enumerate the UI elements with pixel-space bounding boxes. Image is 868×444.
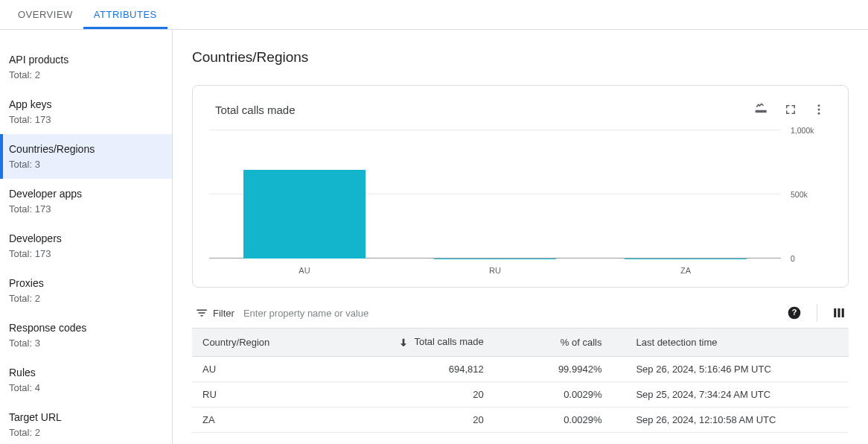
sidebar-item-total: Total: 4: [9, 381, 163, 395]
chart-x-tick: RU: [489, 266, 501, 275]
sidebar-item-title: Target URL: [9, 410, 163, 425]
divider: [817, 304, 817, 322]
chart-x-tick: ZA: [680, 266, 691, 275]
chart-actions: [754, 102, 826, 117]
col-percent[interactable]: % of calls: [494, 329, 613, 357]
col-last[interactable]: Last detection time: [612, 329, 849, 357]
help-icon[interactable]: ?: [787, 305, 802, 320]
cell-percent: 0.0029%: [494, 407, 613, 432]
svg-point-1: [818, 109, 820, 111]
cell-percent: 99.9942%: [494, 356, 613, 381]
cell-country: ZA: [192, 407, 376, 432]
chart-title: Total calls made: [215, 104, 296, 116]
sidebar-item-total: Total: 173: [9, 247, 163, 261]
svg-rect-7: [842, 308, 844, 317]
filter-text: Filter: [213, 308, 234, 319]
table-row[interactable]: AU694,81299.9942%Sep 26, 2024, 5:16:46 P…: [192, 356, 849, 381]
tab-overview[interactable]: Overview: [7, 9, 83, 29]
cell-calls: 20: [376, 407, 494, 432]
sidebar-item-total: Total: 2: [9, 292, 163, 305]
bar-slot: RU: [400, 130, 590, 259]
sidebar-item[interactable]: Target URLTotal: 2: [0, 402, 172, 444]
filter-input[interactable]: [242, 307, 779, 320]
chart-y-tick: 0: [785, 254, 826, 263]
cell-calls: 20: [376, 381, 494, 407]
sidebar-item[interactable]: App keysTotal: 173: [0, 89, 172, 134]
sidebar-item-total: Total: 3: [9, 158, 163, 171]
sidebar-item-total: Total: 2: [9, 69, 163, 82]
sidebar-item-total: Total: 2: [9, 426, 163, 440]
cell-last: Sep 26, 2024, 12:10:58 AM UTC: [612, 407, 849, 432]
sidebar-item[interactable]: API productsTotal: 2: [0, 45, 172, 89]
table-row[interactable]: ZA200.0029%Sep 26, 2024, 12:10:58 AM UTC: [192, 407, 849, 432]
cell-last: Sep 26, 2024, 5:16:46 PM UTC: [612, 356, 849, 381]
cell-country: RU: [192, 381, 376, 407]
sidebar: API productsTotal: 2App keysTotal: 173Co…: [0, 30, 173, 444]
chart-x-tick: AU: [299, 266, 310, 275]
svg-point-2: [818, 112, 820, 115]
col-calls[interactable]: Total calls made: [376, 329, 494, 357]
data-table: Country/Region Total calls made % of cal…: [192, 328, 849, 433]
tab-attributes[interactable]: Attributes: [83, 9, 167, 29]
chart-bar[interactable]: [434, 259, 556, 259]
fullscreen-icon[interactable]: [784, 102, 797, 117]
svg-point-0: [818, 104, 820, 107]
table-row[interactable]: RU200.0029%Sep 25, 2024, 7:34:24 AM UTC: [192, 381, 849, 407]
sidebar-item-title: API products: [9, 52, 163, 67]
sidebar-item-total: Total: 173: [9, 113, 163, 127]
filter-row: Filter ?: [192, 298, 849, 328]
sidebar-item-title: Countries/Regions: [9, 142, 163, 156]
bar-slot: AU: [209, 130, 400, 259]
chart-y-tick: 1,000k: [785, 126, 826, 135]
sidebar-item-title: Rules: [9, 365, 163, 380]
sidebar-item-title: Developers: [9, 231, 163, 246]
chart-y-tick: 500k: [785, 190, 826, 199]
svg-text:?: ?: [792, 308, 797, 317]
bar-slot: ZA: [590, 130, 781, 259]
chart-bar[interactable]: [243, 170, 366, 259]
sidebar-item-title: Developer apps: [9, 186, 163, 201]
sidebar-item-total: Total: 3: [9, 337, 163, 350]
sidebar-item[interactable]: Developer appsTotal: 173: [0, 179, 172, 223]
cell-country: AU: [192, 356, 376, 381]
sidebar-item-title: Response codes: [9, 320, 163, 335]
main-content: Countries/Regions Total calls made: [173, 30, 868, 444]
tab-bar: Overview Attributes: [0, 0, 868, 30]
sidebar-item[interactable]: Response codesTotal: 3: [0, 313, 172, 358]
sidebar-item[interactable]: ProxiesTotal: 2: [0, 268, 172, 313]
chart-card: Total calls made AURUZA 0500k1,000k: [192, 85, 849, 288]
columns-icon[interactable]: [832, 306, 846, 320]
legend-toggle-icon[interactable]: [754, 102, 769, 117]
col-country[interactable]: Country/Region: [192, 329, 376, 357]
sidebar-item[interactable]: RulesTotal: 4: [0, 358, 172, 402]
bar-chart: AURUZA 0500k1,000k: [209, 130, 826, 279]
filter-icon: [195, 306, 208, 320]
sidebar-item-total: Total: 173: [9, 203, 163, 216]
sidebar-item-title: App keys: [9, 97, 163, 112]
cell-percent: 0.0029%: [494, 381, 613, 407]
more-vert-icon[interactable]: [812, 102, 826, 117]
filter-label: Filter: [195, 306, 234, 320]
table-block: Filter ? Country/Region: [192, 298, 849, 433]
page-title: Countries/Regions: [192, 49, 849, 66]
chart-bar[interactable]: [625, 259, 747, 259]
cell-last: Sep 25, 2024, 7:34:24 AM UTC: [612, 381, 849, 407]
svg-rect-5: [834, 308, 836, 317]
cell-calls: 694,812: [376, 356, 494, 381]
sidebar-item-title: Proxies: [9, 276, 163, 291]
sidebar-item[interactable]: DevelopersTotal: 173: [0, 223, 172, 268]
sidebar-item[interactable]: Countries/RegionsTotal: 3: [0, 134, 172, 179]
svg-rect-6: [838, 308, 840, 317]
sort-desc-icon: [398, 337, 409, 349]
